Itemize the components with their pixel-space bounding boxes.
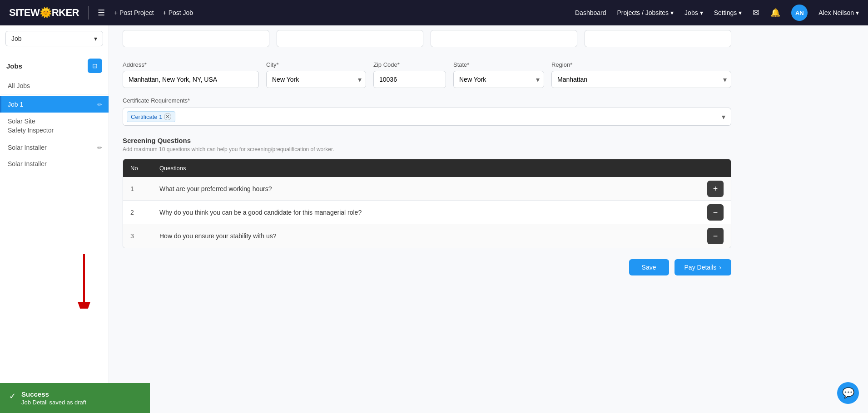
questions-table: No Questions 1 What are your preferred w…	[123, 159, 731, 248]
post-job-link[interactable]: + Post Job	[163, 9, 193, 16]
sidebar-jobs-title: Jobs	[6, 62, 22, 70]
zip-label: Zip Code*	[373, 61, 446, 68]
filter-icon: ⊟	[92, 62, 98, 69]
col-header-no: No	[130, 165, 152, 172]
zip-group: Zip Code*	[373, 61, 446, 88]
chevron-down-icon: ▾	[739, 9, 742, 16]
chat-icon: 💬	[842, 387, 854, 399]
chevron-down-icon: ▾	[670, 9, 674, 16]
city-select[interactable]: New York	[266, 71, 366, 88]
question-text-1: What are your preferred working hours?	[159, 185, 700, 192]
toast-title: Success	[21, 390, 86, 398]
toast-message: Job Detail saved as draft	[21, 399, 86, 406]
question-text-3: How do you ensure your stability with us…	[159, 232, 700, 240]
cert-label: Certificate Requirements*	[123, 97, 731, 104]
screening-section: Screening Questions Add maximum 10 quest…	[123, 137, 731, 248]
chevron-right-icon: ›	[719, 264, 721, 271]
chat-bubble-button[interactable]: 💬	[837, 382, 859, 404]
add-question-button[interactable]: +	[707, 181, 724, 197]
pay-details-button[interactable]: Pay Details ›	[675, 259, 731, 275]
top-partial-fields	[123, 25, 731, 52]
address-input[interactable]	[123, 71, 259, 88]
sidebar-item-job1[interactable]: Job 1 ✏	[0, 96, 109, 113]
city-label: City*	[266, 61, 366, 68]
partial-field-3	[431, 30, 577, 47]
edit-icon-2[interactable]: ✏	[97, 144, 102, 151]
sidebar: Job ▾ Jobs ⊟ All Jobs Job 1 ✏ Solar Site…	[0, 25, 109, 413]
state-label: State*	[453, 61, 544, 68]
nav-settings[interactable]: Settings ▾	[714, 9, 742, 16]
header-divider	[88, 6, 89, 20]
chevron-down-icon: ▾	[94, 35, 97, 42]
app-header: SITEW🌞RKER ☰ + Post Project + Post Job D…	[0, 0, 868, 25]
address-label: Address*	[123, 61, 259, 68]
remove-question-button-2[interactable]: −	[707, 204, 724, 221]
question-number-1: 1	[130, 185, 152, 192]
cert-input-row[interactable]: Certificate 1 ✕ ▾	[123, 108, 731, 126]
address-group: Address*	[123, 61, 259, 88]
question-number-2: 2	[130, 209, 152, 216]
region-select-wrapper: Manhattan	[551, 71, 731, 88]
partial-field-4	[585, 30, 731, 47]
filter-button[interactable]: ⊟	[88, 59, 102, 73]
question-text-2: Why do you think you can be a good candi…	[159, 209, 700, 216]
certificate-section: Certificate Requirements* Certificate 1 …	[123, 97, 731, 126]
sidebar-item-solar-safety[interactable]: Solar SiteSafety Inspector	[0, 113, 109, 139]
question-row-2: 2 Why do you think you can be a good can…	[123, 201, 731, 224]
partial-field-1	[123, 30, 269, 47]
edit-icon[interactable]: ✏	[97, 101, 102, 108]
sidebar-item-solar-installer-2[interactable]: Solar Installer	[0, 156, 109, 172]
zip-input[interactable]	[373, 71, 446, 88]
city-select-wrapper: New York	[266, 71, 366, 88]
questions-table-header: No Questions	[123, 159, 731, 177]
question-number-3: 3	[130, 232, 152, 240]
sidebar-job-list: All Jobs Job 1 ✏ Solar SiteSafety Inspec…	[0, 78, 109, 413]
chevron-down-icon: ▾	[856, 9, 859, 16]
col-header-questions: Questions	[159, 165, 724, 172]
city-group: City* New York	[266, 61, 366, 88]
question-row-3: 3 How do you ensure your stability with …	[123, 224, 731, 248]
sidebar-jobs-header: Jobs ⊟	[0, 52, 109, 78]
state-select[interactable]: New York	[453, 71, 544, 88]
logo[interactable]: SITEW🌞RKER	[9, 7, 79, 19]
post-project-link[interactable]: + Post Project	[114, 9, 154, 16]
sidebar-type-select[interactable]: Job ▾	[5, 31, 103, 46]
screening-subtitle: Add maximum 10 questions which can help …	[123, 146, 731, 152]
save-button[interactable]: Save	[629, 259, 669, 275]
state-select-wrapper: New York	[453, 71, 544, 88]
toast-content: Success Job Detail saved as draft	[21, 390, 86, 406]
region-select[interactable]: Manhattan	[551, 71, 731, 88]
question-row-1: 1 What are your preferred working hours?…	[123, 177, 731, 201]
avatar[interactable]: AN	[791, 5, 808, 21]
mail-icon[interactable]: ✉	[753, 8, 759, 18]
cert-tag: Certificate 1 ✕	[127, 111, 175, 122]
nav-projects-jobsites[interactable]: Projects / Jobsites ▾	[617, 9, 674, 16]
success-toast: ✓ Success Job Detail saved as draft	[0, 383, 150, 413]
sidebar-dropdown-container: Job ▾	[0, 25, 109, 52]
address-row: Address* City* New York Zip Code*	[123, 61, 731, 88]
partial-field-2	[277, 30, 423, 47]
footer-actions: Save Pay Details ›	[123, 259, 731, 275]
state-group: State* New York	[453, 61, 544, 88]
sidebar-item-solar-installer-1[interactable]: Solar Installer ✏	[0, 139, 109, 156]
region-label: Region*	[551, 61, 731, 68]
screening-title: Screening Questions	[123, 137, 731, 144]
cert-dropdown-arrow-icon: ▾	[722, 113, 725, 121]
user-name[interactable]: Alex Neilson ▾	[818, 9, 859, 16]
sidebar-item-all-jobs[interactable]: All Jobs	[0, 78, 109, 94]
region-group: Region* Manhattan	[551, 61, 731, 88]
cert-tag-close-button[interactable]: ✕	[164, 113, 171, 120]
hamburger-icon[interactable]: ☰	[98, 8, 105, 18]
chevron-down-icon: ▾	[700, 9, 703, 16]
nav-jobs[interactable]: Jobs ▾	[684, 9, 703, 16]
main-nav: Dashboard Projects / Jobsites ▾ Jobs ▾ S…	[575, 5, 859, 21]
main-layout: Job ▾ Jobs ⊟ All Jobs Job 1 ✏ Solar Site…	[0, 25, 868, 413]
bell-icon[interactable]: 🔔	[770, 8, 780, 18]
content-area: Address* City* New York Zip Code*	[109, 25, 868, 413]
remove-question-button-3[interactable]: −	[707, 228, 724, 244]
nav-dashboard[interactable]: Dashboard	[575, 9, 606, 16]
checkmark-icon: ✓	[9, 391, 16, 401]
